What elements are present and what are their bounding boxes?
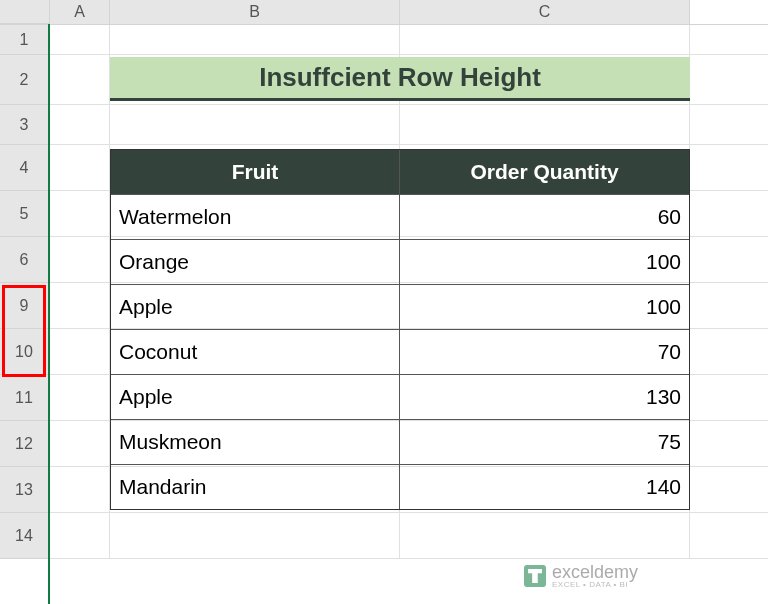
title-banner[interactable]: Insuffcient Row Height bbox=[110, 57, 690, 101]
watermark-tagline: EXCEL • DATA • BI bbox=[552, 581, 638, 589]
row-header-2[interactable]: 2 bbox=[0, 55, 50, 105]
row-header-10[interactable]: 10 bbox=[0, 329, 50, 375]
spreadsheet-container: A B C 1 2 3 4 5 6 9 10 11 12 13 14 bbox=[0, 0, 768, 559]
table-row: Watermelon 60 bbox=[111, 194, 689, 239]
exceldemy-logo-icon bbox=[524, 565, 546, 587]
row-header-12[interactable]: 12 bbox=[0, 421, 50, 467]
row-header-3[interactable]: 3 bbox=[0, 105, 50, 145]
watermark-text: exceldemy EXCEL • DATA • BI bbox=[552, 563, 638, 589]
row-header-1[interactable]: 1 bbox=[0, 25, 50, 55]
watermark: exceldemy EXCEL • DATA • BI bbox=[524, 563, 638, 589]
header-quantity[interactable]: Order Quantity bbox=[400, 150, 689, 194]
row-header-9[interactable]: 9 bbox=[0, 283, 50, 329]
selection-edge bbox=[48, 24, 50, 604]
column-headers-row: A B C bbox=[0, 0, 768, 25]
table-row: Orange 100 bbox=[111, 239, 689, 284]
row-header-6[interactable]: 6 bbox=[0, 237, 50, 283]
column-header-c[interactable]: C bbox=[400, 0, 690, 24]
cell-fruit[interactable]: Orange bbox=[111, 240, 400, 284]
cell-fruit[interactable]: Muskmeon bbox=[111, 420, 400, 464]
header-fruit[interactable]: Fruit bbox=[111, 150, 400, 194]
watermark-brand: exceldemy bbox=[552, 563, 638, 581]
select-all-corner[interactable] bbox=[0, 0, 50, 24]
cell-quantity[interactable]: 100 bbox=[400, 285, 689, 329]
row-header-5[interactable]: 5 bbox=[0, 191, 50, 237]
table-row: Muskmeon 75 bbox=[111, 419, 689, 464]
cell-fruit[interactable]: Apple bbox=[111, 375, 400, 419]
cell-fruit[interactable]: Coconut bbox=[111, 330, 400, 374]
cell-quantity[interactable]: 60 bbox=[400, 195, 689, 239]
cell-fruit[interactable]: Mandarin bbox=[111, 465, 400, 509]
table-header-row: Fruit Order Quantity bbox=[111, 150, 689, 194]
title-text: Insuffcient Row Height bbox=[259, 62, 541, 93]
column-header-a[interactable]: A bbox=[50, 0, 110, 24]
cell-quantity[interactable]: 140 bbox=[400, 465, 689, 509]
cell-fruit[interactable]: Apple bbox=[111, 285, 400, 329]
table-row: Apple 100 bbox=[111, 284, 689, 329]
cell-quantity[interactable]: 70 bbox=[400, 330, 689, 374]
row-header-14[interactable]: 14 bbox=[0, 513, 50, 559]
content-area: Insuffcient Row Height Fruit Order Quant… bbox=[50, 25, 768, 559]
cell-fruit[interactable]: Watermelon bbox=[111, 195, 400, 239]
row-header-4[interactable]: 4 bbox=[0, 145, 50, 191]
row-header-11[interactable]: 11 bbox=[0, 375, 50, 421]
data-table: Fruit Order Quantity Watermelon 60 Orang… bbox=[110, 149, 690, 510]
row-headers-column: 1 2 3 4 5 6 9 10 11 12 13 14 bbox=[0, 25, 50, 559]
body-area: 1 2 3 4 5 6 9 10 11 12 13 14 bbox=[0, 25, 768, 559]
table-row: Mandarin 140 bbox=[111, 464, 689, 509]
cell-quantity[interactable]: 75 bbox=[400, 420, 689, 464]
table-row: Apple 130 bbox=[111, 374, 689, 419]
row-header-13[interactable]: 13 bbox=[0, 467, 50, 513]
cell-quantity[interactable]: 130 bbox=[400, 375, 689, 419]
column-header-b[interactable]: B bbox=[110, 0, 400, 24]
cell-quantity[interactable]: 100 bbox=[400, 240, 689, 284]
table-row: Coconut 70 bbox=[111, 329, 689, 374]
